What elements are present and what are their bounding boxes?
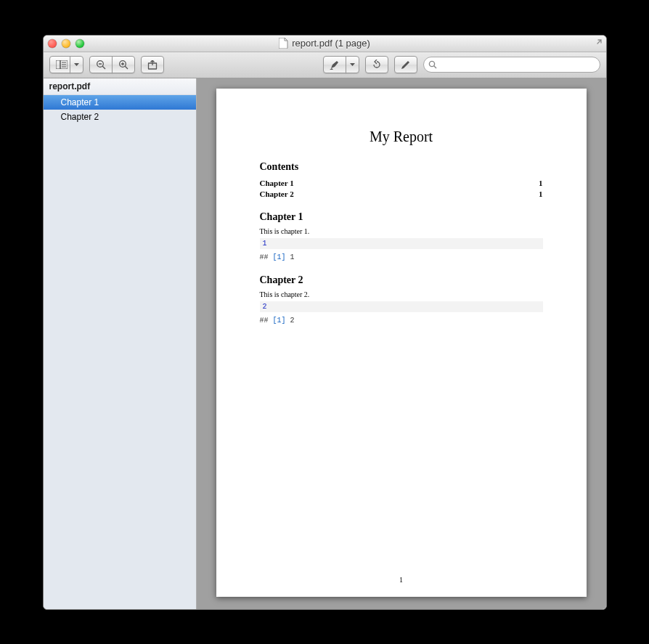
chapter-heading: Chapter 1 bbox=[260, 211, 543, 223]
highlight-dropdown[interactable] bbox=[346, 56, 359, 73]
svg-line-14 bbox=[433, 66, 436, 68]
code-output-prefix: ## bbox=[260, 253, 269, 261]
toc-page: 1 bbox=[539, 179, 543, 187]
window-title-text: report.pdf (1 page) bbox=[292, 38, 370, 49]
window-title: report.pdf (1 page) bbox=[44, 36, 606, 52]
code-output: ## [1] 1 bbox=[260, 253, 543, 261]
preview-window: report.pdf (1 page) bbox=[43, 35, 607, 610]
search-field[interactable] bbox=[423, 57, 600, 73]
svg-line-6 bbox=[102, 66, 105, 69]
sidebar-item-chapter-2[interactable]: Chapter 2 bbox=[44, 110, 196, 124]
highlight-button[interactable] bbox=[323, 56, 346, 73]
search-input[interactable] bbox=[440, 59, 595, 70]
contents-heading: Contents bbox=[260, 161, 543, 173]
document-icon bbox=[279, 38, 288, 49]
zoom-group bbox=[89, 56, 135, 73]
code-output: ## [1] 2 bbox=[260, 317, 543, 325]
chapter-body: This is chapter 2. bbox=[260, 290, 543, 298]
sidebar-item-chapter-1[interactable]: Chapter 1 bbox=[44, 95, 196, 110]
document-viewport[interactable]: My Report Contents Chapter 1 1 Chapter 2… bbox=[197, 78, 606, 609]
zoom-out-button[interactable] bbox=[89, 56, 113, 73]
svg-rect-0 bbox=[56, 60, 60, 69]
minimize-button[interactable] bbox=[62, 39, 70, 48]
chapter-heading: Chapter 2 bbox=[260, 274, 543, 286]
toc-label: Chapter 2 bbox=[260, 189, 294, 198]
document-title: My Report bbox=[260, 129, 543, 145]
code-output-index: [1] bbox=[273, 253, 286, 261]
view-mode-button[interactable] bbox=[49, 56, 70, 73]
sidebar: report.pdf Chapter 1 Chapter 2 bbox=[44, 78, 197, 609]
window-controls bbox=[48, 39, 84, 48]
highlight-group bbox=[323, 56, 359, 73]
chapter-body: This is chapter 1. bbox=[260, 227, 543, 235]
zoom-button[interactable] bbox=[75, 39, 84, 48]
code-input: 2 bbox=[260, 301, 543, 312]
code-output-value: 1 bbox=[290, 253, 295, 261]
titlebar: report.pdf (1 page) bbox=[44, 36, 606, 52]
markup-button[interactable] bbox=[394, 56, 417, 73]
toc-row: Chapter 2 1 bbox=[260, 189, 543, 198]
view-mode-dropdown[interactable] bbox=[70, 56, 83, 73]
view-mode-group bbox=[49, 56, 83, 73]
toc-page: 1 bbox=[539, 189, 543, 198]
share-button[interactable] bbox=[141, 56, 164, 73]
toc-label: Chapter 1 bbox=[260, 179, 294, 187]
toc-row: Chapter 1 1 bbox=[260, 179, 543, 187]
sidebar-filename[interactable]: report.pdf bbox=[44, 78, 196, 95]
toolbar bbox=[44, 52, 606, 78]
code-output-index: [1] bbox=[273, 317, 286, 325]
code-output-prefix: ## bbox=[260, 317, 269, 325]
svg-line-9 bbox=[125, 66, 128, 69]
svg-point-13 bbox=[429, 61, 434, 66]
code-input: 1 bbox=[260, 238, 543, 249]
close-button[interactable] bbox=[48, 39, 57, 48]
pdf-page: My Report Contents Chapter 1 1 Chapter 2… bbox=[216, 89, 587, 597]
zoom-in-button[interactable] bbox=[112, 56, 135, 73]
search-icon bbox=[428, 60, 437, 69]
fullscreen-icon[interactable] bbox=[593, 39, 602, 48]
code-output-value: 2 bbox=[290, 317, 295, 325]
page-number: 1 bbox=[216, 576, 587, 584]
window-body: report.pdf Chapter 1 Chapter 2 My Report… bbox=[44, 78, 606, 609]
rotate-button[interactable] bbox=[365, 56, 388, 73]
